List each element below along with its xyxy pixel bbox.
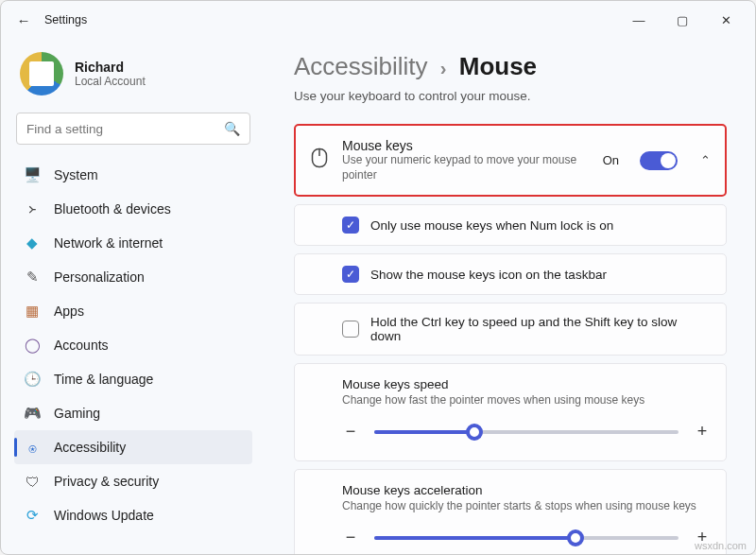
nav-label: Time & language [54, 372, 153, 387]
nav-label: Windows Update [54, 508, 154, 523]
option-row: ✓Show the mouse keys icon on the taskbar [294, 253, 727, 295]
nav-label: Personalization [54, 269, 145, 285]
chevron-up-icon[interactable]: ⌃ [700, 153, 711, 167]
titlebar: ← Settings — ▢ ✕ [1, 1, 755, 39]
speed-card: Mouse keys speed Change how fast the poi… [294, 363, 727, 461]
nav-label: System [54, 167, 98, 182]
toggle-state-label: On [603, 153, 619, 167]
nav-label: Apps [54, 304, 84, 319]
nav-icon: 🛡 [24, 473, 41, 490]
mouse-keys-sub: Use your numeric keypad to move your mou… [342, 153, 590, 182]
settings-window: ← Settings — ▢ ✕ Richard Local Account 🔍… [0, 0, 756, 555]
back-button[interactable]: ← [9, 12, 39, 28]
option-label: Show the mouse keys icon on the taskbar [370, 268, 607, 282]
nav-icon: ◯ [24, 337, 41, 354]
minimize-button[interactable]: — [617, 5, 661, 35]
checkbox[interactable]: ✓ [342, 266, 359, 283]
maximize-button[interactable]: ▢ [661, 5, 704, 35]
nav-icon: 🕒 [24, 371, 41, 388]
watermark: wsxdn.com [695, 540, 747, 551]
chevron-right-icon: › [435, 58, 453, 78]
close-button[interactable]: ✕ [704, 5, 747, 35]
avatar [20, 52, 63, 95]
sidebar-item-accounts[interactable]: ◯Accounts [14, 328, 252, 362]
checkbox[interactable]: ✓ [342, 217, 359, 234]
search-icon: 🔍 [224, 121, 240, 136]
breadcrumb: Accessibility › Mouse [294, 52, 727, 81]
search-box[interactable]: 🔍 [16, 113, 250, 145]
main-panel: Accessibility › Mouse Use your keyboard … [266, 39, 755, 554]
speed-title: Mouse keys speed [342, 377, 711, 391]
nav-label: Privacy & security [54, 474, 159, 489]
page-subtitle: Use your keyboard to control your mouse. [294, 89, 727, 103]
speed-decrease-button[interactable]: − [342, 422, 359, 442]
sidebar-item-bluetooth-devices[interactable]: ᚛Bluetooth & devices [14, 192, 252, 226]
checkbox[interactable] [342, 321, 359, 338]
nav-icon: 🖥️ [24, 166, 41, 183]
sidebar-item-privacy-security[interactable]: 🛡Privacy & security [14, 464, 252, 498]
option-row: ✓Only use mouse keys when Num lock is on [294, 204, 727, 246]
accel-card: Mouse keys acceleration Change how quick… [294, 469, 727, 554]
option-label: Only use mouse keys when Num lock is on [370, 218, 613, 233]
nav-icon: ⍟ [24, 439, 41, 456]
nav-list: 🖥️System᚛Bluetooth & devices◆Network & i… [14, 158, 252, 532]
search-input[interactable] [26, 122, 224, 136]
speed-sub: Change how fast the pointer moves when u… [342, 393, 711, 407]
profile-block[interactable]: Richard Local Account [14, 46, 252, 113]
nav-label: Gaming [54, 406, 100, 421]
option-row: Hold the Ctrl key to speed up and the Sh… [294, 303, 727, 356]
mouse-keys-toggle[interactable] [640, 151, 678, 170]
mouse-keys-card: Mouse keys Use your numeric keypad to mo… [294, 124, 727, 197]
sidebar-item-network-internet[interactable]: ◆Network & internet [14, 226, 252, 260]
speed-slider[interactable] [374, 430, 679, 434]
mouse-keys-options: ✓Only use mouse keys when Num lock is on… [294, 204, 727, 356]
accel-title: Mouse keys acceleration [342, 483, 711, 497]
nav-icon: ⟳ [24, 507, 41, 524]
accel-slider[interactable] [374, 536, 679, 540]
mouse-keys-title: Mouse keys [342, 138, 590, 153]
nav-icon: ◆ [24, 234, 41, 251]
mouse-keys-row: Mouse keys Use your numeric keypad to mo… [310, 138, 711, 182]
content-area: Richard Local Account 🔍 🖥️System᚛Bluetoo… [1, 39, 755, 554]
breadcrumb-current: Mouse [459, 52, 537, 80]
nav-label: Accessibility [54, 440, 126, 455]
nav-icon: ᚛ [24, 200, 41, 217]
nav-icon: ▦ [24, 303, 41, 320]
sidebar-item-time-language[interactable]: 🕒Time & language [14, 362, 252, 396]
nav-label: Network & internet [54, 235, 163, 251]
nav-label: Accounts [54, 338, 109, 353]
breadcrumb-parent[interactable]: Accessibility [294, 52, 428, 80]
window-controls: — ▢ ✕ [617, 5, 747, 35]
nav-icon: 🎮 [24, 405, 41, 422]
profile-sub: Local Account [75, 75, 146, 88]
sidebar: Richard Local Account 🔍 🖥️System᚛Bluetoo… [1, 39, 266, 554]
profile-name: Richard [75, 60, 146, 75]
window-title: Settings [44, 13, 87, 26]
nav-label: Bluetooth & devices [54, 201, 171, 217]
nav-icon: ✎ [24, 269, 41, 286]
sidebar-item-system[interactable]: 🖥️System [14, 158, 252, 192]
sidebar-item-accessibility[interactable]: ⍟Accessibility [14, 430, 252, 464]
accel-sub: Change how quickly the pointer starts & … [342, 499, 711, 512]
speed-increase-button[interactable]: + [694, 422, 711, 442]
mouse-icon [310, 147, 329, 173]
accel-decrease-button[interactable]: − [342, 528, 359, 547]
sidebar-item-apps[interactable]: ▦Apps [14, 294, 252, 328]
sidebar-item-windows-update[interactable]: ⟳Windows Update [14, 498, 252, 532]
option-label: Hold the Ctrl key to speed up and the Sh… [370, 315, 711, 343]
sidebar-item-gaming[interactable]: 🎮Gaming [14, 396, 252, 430]
sidebar-item-personalization[interactable]: ✎Personalization [14, 260, 252, 294]
